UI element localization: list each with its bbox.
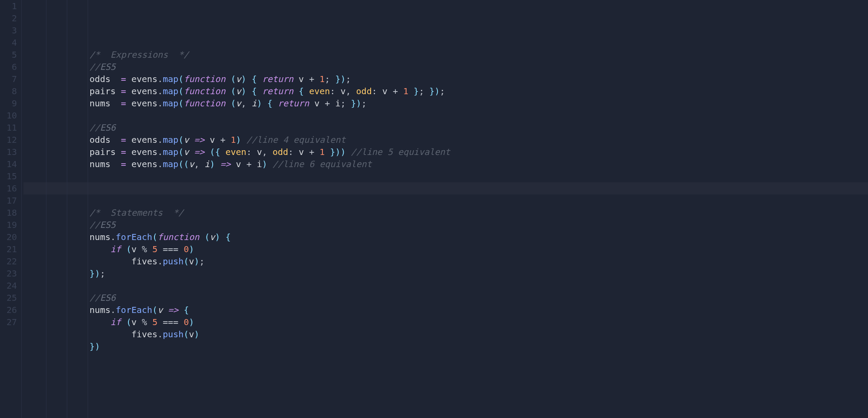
line-number[interactable]: 10 [0, 109, 17, 122]
line-number[interactable]: 25 [0, 292, 17, 304]
code-line[interactable]: odds = evens.map(v => v + 1) //line 4 eq… [23, 134, 868, 146]
code-editor: 1234567891011121314151617181920212223242… [0, 0, 868, 418]
code-line[interactable] [23, 194, 868, 207]
code-line[interactable]: if (v % 5 === 0) [23, 243, 868, 255]
line-number-gutter[interactable]: 1234567891011121314151617181920212223242… [0, 0, 22, 418]
line-number[interactable]: 17 [0, 194, 17, 207]
code-line[interactable]: fives.push(v); [23, 255, 868, 267]
line-number[interactable]: 12 [0, 134, 17, 146]
code-line[interactable]: nums = evens.map(function (v, i) { retur… [23, 97, 868, 109]
line-number[interactable]: 15 [0, 170, 17, 182]
code-line[interactable] [23, 170, 868, 182]
code-line[interactable] [23, 280, 868, 292]
code-line[interactable]: /* Expressions */ [23, 49, 868, 61]
code-line[interactable]: //ES6 [23, 122, 868, 134]
line-number[interactable]: 2 [0, 12, 17, 24]
line-number[interactable]: 5 [0, 49, 17, 61]
code-content-area[interactable]: /* Expressions */ //ES5 odds = evens.map… [22, 0, 868, 418]
code-line[interactable]: //ES6 [23, 292, 868, 304]
code-line[interactable]: odds = evens.map(function (v) { return v… [23, 73, 868, 85]
code-line[interactable] [23, 352, 868, 365]
line-number[interactable]: 9 [0, 97, 17, 109]
line-number[interactable]: 22 [0, 255, 17, 267]
code-line[interactable]: //ES5 [23, 219, 868, 231]
code-line[interactable]: //ES5 [23, 61, 868, 73]
line-number[interactable]: 14 [0, 158, 17, 170]
code-line[interactable] [23, 36, 868, 49]
code-line[interactable] [23, 109, 868, 122]
code-line[interactable]: pairs = evens.map(v => ({ even: v, odd: … [23, 146, 868, 158]
line-number[interactable]: 24 [0, 280, 17, 292]
line-number[interactable]: 8 [0, 85, 17, 97]
line-number[interactable]: 4 [0, 36, 17, 49]
line-number[interactable]: 18 [0, 207, 17, 219]
code-line[interactable]: nums.forEach(v => { [23, 304, 868, 316]
code-line[interactable]: /* Statements */ [23, 207, 868, 219]
code-line[interactable]: nums = evens.map((v, i) => v + i) //line… [23, 158, 868, 170]
line-number[interactable]: 16 [0, 182, 17, 194]
line-number[interactable]: 20 [0, 231, 17, 243]
line-number[interactable]: 27 [0, 316, 17, 328]
line-number[interactable]: 23 [0, 267, 17, 280]
line-number[interactable]: 21 [0, 243, 17, 255]
code-line[interactable]: }); [23, 267, 868, 280]
code-line[interactable]: fives.push(v) [23, 328, 868, 340]
code-line[interactable]: if (v % 5 === 0) [23, 316, 868, 328]
line-number[interactable]: 13 [0, 146, 17, 158]
line-number[interactable]: 7 [0, 73, 17, 85]
line-number[interactable]: 1 [0, 0, 17, 12]
code-line[interactable] [23, 182, 868, 194]
line-number[interactable]: 11 [0, 122, 17, 134]
line-number[interactable]: 6 [0, 61, 17, 73]
line-number[interactable]: 19 [0, 219, 17, 231]
code-line[interactable]: pairs = evens.map(function (v) { return … [23, 85, 868, 97]
code-line[interactable]: }) [23, 340, 868, 352]
code-line[interactable]: nums.forEach(function (v) { [23, 231, 868, 243]
line-number[interactable]: 26 [0, 304, 17, 316]
line-number[interactable]: 3 [0, 24, 17, 36]
